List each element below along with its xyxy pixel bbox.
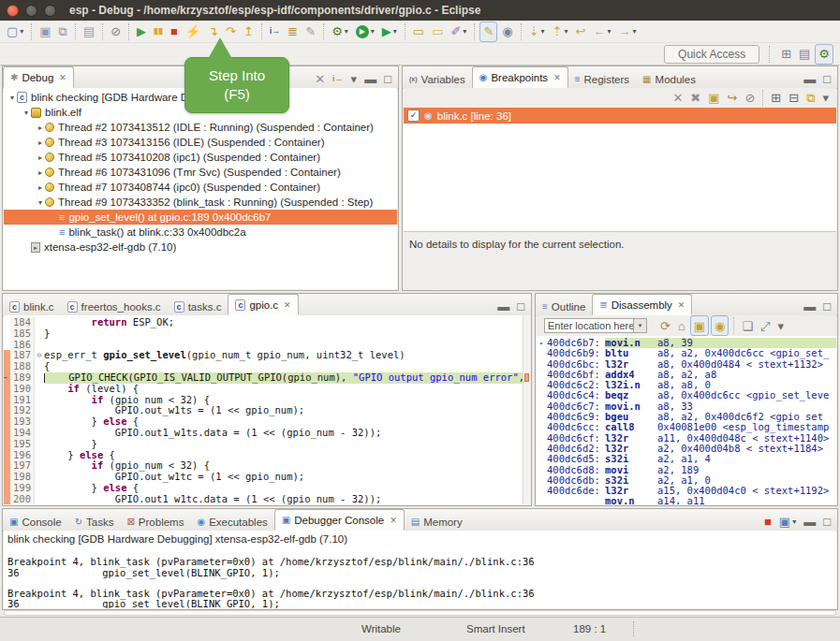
debug-perspective-button[interactable]: ⚙ bbox=[815, 44, 833, 65]
dropdown-arrow-icon[interactable]: ▾ bbox=[371, 27, 375, 36]
close-tab-icon[interactable]: ✕ bbox=[59, 73, 66, 82]
tab-blink-c[interactable]: cblink.c bbox=[3, 298, 61, 315]
line-number[interactable]: 200 bbox=[10, 494, 35, 504]
line-number[interactable]: 194 bbox=[10, 428, 35, 439]
console-output[interactable]: blink checking [GDB Hardware Debugging] … bbox=[4, 531, 836, 608]
open-perspective-button[interactable]: ⊞ bbox=[778, 45, 794, 64]
dropdown-arrow-icon[interactable]: ▾ bbox=[792, 517, 796, 526]
tab-memory[interactable]: ▤Memory bbox=[405, 513, 469, 531]
step-return-button[interactable]: ↥ bbox=[241, 22, 257, 41]
breakpoint-checkbox[interactable]: ✓ bbox=[407, 109, 420, 122]
disconnect-button[interactable]: ⚡ bbox=[183, 22, 203, 41]
next-annotation-button[interactable]: ⇣▾ bbox=[526, 22, 548, 41]
expand-arrow-icon[interactable]: ▸ bbox=[36, 138, 45, 147]
dropdown-arrow-icon[interactable]: ▾ bbox=[20, 27, 23, 36]
expand-arrow-icon[interactable]: ▾ bbox=[7, 94, 17, 102]
horizontal-scrollbar[interactable] bbox=[4, 610, 836, 616]
skip-all-breakpoints-toggle[interactable]: ⊘ bbox=[742, 89, 758, 108]
tab-tasks[interactable]: ↻Tasks bbox=[68, 513, 121, 531]
open-new-view-button[interactable]: ❏ bbox=[739, 316, 756, 335]
expand-arrow-icon[interactable]: ▸ bbox=[36, 124, 45, 132]
cpp-perspective-button[interactable]: ▤ bbox=[796, 45, 813, 64]
close-tab-icon[interactable]: ✕ bbox=[284, 300, 291, 310]
change-marker[interactable] bbox=[524, 373, 529, 382]
debug-tree-item[interactable]: ▾Thread #9 1073433352 (blink_task : Runn… bbox=[4, 195, 397, 210]
refresh-view-button[interactable]: ⟳ bbox=[657, 316, 673, 335]
debug-tree-item[interactable]: ≡blink_task() at blink.c:33 0x400dbc2a bbox=[4, 225, 397, 240]
quick-access-field[interactable]: Quick Access bbox=[664, 45, 759, 64]
minimize-button[interactable]: ▬ bbox=[361, 69, 379, 88]
tab-disassembly[interactable]: ≣Disassembly✕ bbox=[592, 294, 692, 315]
expand-arrow-icon[interactable]: ▾ bbox=[22, 109, 31, 117]
debug-tree-item[interactable]: ▸Thread #6 1073431096 (Tmr Svc) (Suspend… bbox=[4, 165, 397, 180]
resume-button[interactable]: ▶ bbox=[134, 22, 149, 41]
suspend-button[interactable]: ▮▮ bbox=[151, 22, 166, 41]
dropdown-arrow-icon[interactable]: ▾ bbox=[345, 27, 348, 36]
location-input[interactable]: Enter location here bbox=[544, 318, 634, 333]
sync-with-active-context-toggle[interactable]: ◉ bbox=[711, 315, 729, 336]
debug-tree-item[interactable]: ▸Thread #5 1073410208 (ipc1) (Suspended … bbox=[4, 150, 397, 165]
dropdown-arrow-icon[interactable]: ▾ bbox=[607, 27, 611, 36]
use-step-filters-button[interactable]: ≣ bbox=[285, 22, 301, 41]
save-all-button[interactable]: ⧉ bbox=[56, 22, 70, 41]
tab-registers[interactable]: ≡Registers bbox=[568, 70, 636, 88]
disassembly-listing[interactable]: ▸400dc6b7:movi.na8, 39400dc6b9:bltua8, a… bbox=[537, 336, 836, 504]
previous-annotation-button[interactable]: ⇡▾ bbox=[550, 22, 571, 41]
last-edit-location-button[interactable]: ↩ bbox=[572, 22, 588, 41]
display-selected-console-button[interactable]: ▣▾ bbox=[776, 512, 799, 531]
dropdown-arrow-icon[interactable]: ▾ bbox=[463, 27, 466, 36]
trace-control-button[interactable]: ✎ bbox=[302, 22, 318, 41]
external-tools-button[interactable]: ▶▾ bbox=[379, 22, 400, 41]
minimize-button[interactable]: ▬ bbox=[801, 297, 818, 315]
debug-tree-item[interactable]: ▸Thread #2 1073413512 (IDLE : Running) (… bbox=[4, 120, 397, 135]
minimize-window-button[interactable] bbox=[25, 5, 37, 17]
close-tab-icon[interactable]: ✕ bbox=[390, 516, 397, 525]
close-tab-icon[interactable]: ✕ bbox=[678, 300, 685, 310]
open-resource-button[interactable]: ▭ bbox=[429, 22, 446, 41]
expand-arrow-icon[interactable]: ▾ bbox=[36, 198, 45, 207]
instruction-stepping-mode-button[interactable]: i→ bbox=[330, 69, 346, 88]
close-window-button[interactable] bbox=[7, 5, 19, 17]
debug-button[interactable]: ⚙▾ bbox=[329, 22, 351, 41]
tab-executables[interactable]: ◉Executables bbox=[190, 513, 273, 531]
show-source-toggle[interactable]: ▣ bbox=[690, 315, 709, 336]
maximize-button[interactable]: □ bbox=[820, 69, 833, 88]
back-button[interactable]: ←▾ bbox=[590, 22, 613, 41]
remove-all-breakpoints-button[interactable]: ✖ bbox=[687, 89, 703, 108]
collapse-all-button[interactable]: ⊟ bbox=[786, 89, 802, 108]
overview-ruler[interactable] bbox=[523, 315, 531, 504]
tab-console[interactable]: ▣Console bbox=[3, 513, 68, 531]
new-wizard-button[interactable]: ▢▾ bbox=[4, 22, 26, 41]
tab-debug[interactable]: ✱ Debug ✕ bbox=[3, 66, 74, 88]
debug-tree-item[interactable]: ≡gpio_set_level() at gpio.c:189 0x400dc6… bbox=[4, 210, 397, 225]
skip-all-breakpoints-button[interactable]: ⊘ bbox=[108, 22, 124, 41]
line-number[interactable]: 199 bbox=[10, 483, 35, 494]
line-number[interactable]: 190 bbox=[10, 384, 35, 395]
tab-breakpoints[interactable]: ◉Breakpoints✕ bbox=[472, 66, 568, 88]
terminate-console-button[interactable]: ■ bbox=[761, 512, 774, 531]
search-button[interactable]: ✐▾ bbox=[448, 22, 469, 41]
home-button[interactable]: ⌂ bbox=[675, 316, 688, 335]
close-tab-icon[interactable]: ✕ bbox=[553, 73, 561, 82]
run-button[interactable]: ▶▾ bbox=[353, 22, 377, 41]
debug-tree-item[interactable]: ▸xtensa-esp32-elf-gdb (7.10) bbox=[4, 240, 397, 255]
minimize-button[interactable]: ▬ bbox=[801, 512, 818, 531]
remove-breakpoint-button[interactable]: ✕ bbox=[670, 89, 685, 108]
print-button[interactable]: ▤ bbox=[81, 22, 97, 41]
go-to-file-button[interactable]: ↪ bbox=[725, 89, 741, 108]
dropdown-arrow-icon[interactable]: ▾ bbox=[564, 27, 567, 36]
dropdown-arrow-icon[interactable]: ▾ bbox=[393, 27, 397, 36]
tab-modules[interactable]: ▦Modules bbox=[636, 70, 702, 88]
terminate-button[interactable]: ■ bbox=[168, 22, 181, 41]
forward-button[interactable]: →▾ bbox=[615, 22, 639, 41]
open-element-button[interactable]: ▭ bbox=[410, 22, 427, 41]
maximize-button[interactable]: □ bbox=[820, 512, 833, 531]
maximize-button[interactable]: □ bbox=[820, 297, 833, 315]
mark-occurrences-toggle[interactable]: ✎ bbox=[479, 22, 497, 42]
maximize-window-button[interactable] bbox=[44, 5, 56, 17]
code-editor[interactable]: 184 return ESP_OK;185}186187⊖esp_err_t g… bbox=[4, 315, 530, 504]
view-menu-button[interactable]: ▾ bbox=[774, 316, 787, 335]
minimize-button[interactable]: ▬ bbox=[494, 297, 512, 315]
pin-view-button[interactable]: ⤢ bbox=[758, 316, 773, 335]
tab-variables[interactable]: (x)Variables bbox=[403, 70, 472, 88]
